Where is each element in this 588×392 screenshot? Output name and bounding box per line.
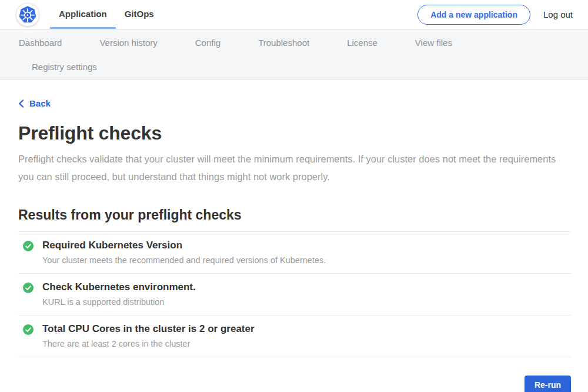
subnav-row-1: Dashboard Version history Config Trouble… [0,31,588,55]
subnav-item-version-history[interactable]: Version history [81,38,176,48]
check-row-cpu-cores: Total CPU Cores in the cluster is 2 or g… [18,315,571,357]
check-text: Check Kubernetes environment. KURL is a … [42,281,196,307]
footer-actions: Re-run [18,376,571,392]
add-new-application-button[interactable]: Add a new application [417,5,530,25]
tab-gitops[interactable]: GitOps [116,0,163,29]
chevron-left-icon [18,99,24,108]
check-detail: Your cluster meets the recommended and r… [42,255,326,265]
top-header: Application GitOps Add a new application… [0,0,588,29]
subnav-item-config[interactable]: Config [176,38,239,48]
kubernetes-logo [16,3,39,26]
subnav-item-view-files[interactable]: View files [396,38,471,48]
check-title: Total CPU Cores in the cluster is 2 or g… [42,323,255,335]
subnav-item-troubleshoot[interactable]: Troubleshoot [239,38,328,48]
tab-application[interactable]: Application [50,0,116,29]
app-subnav: Dashboard Version history Config Trouble… [0,29,588,79]
check-row-kubernetes-environment: Check Kubernetes environment. KURL is a … [18,274,571,315]
subnav-row-2: Registry settings [0,55,588,79]
check-text: Required Kubernetes Version Your cluster… [42,240,326,265]
header-right: Add a new application Log out [417,0,573,29]
check-circle-icon [23,241,34,251]
check-circle-icon [23,283,34,293]
check-detail: There are at least 2 cores in the cluste… [42,339,255,348]
back-link[interactable]: Back [18,98,51,108]
check-title: Check Kubernetes environment. [42,281,196,293]
rerun-button[interactable]: Re-run [524,376,571,392]
results-heading: Results from your preflight checks [18,207,571,223]
page-description: Preflight checks validate that your clus… [18,150,560,185]
kubernetes-helm-icon [18,5,37,24]
page-title: Preflight checks [18,122,571,144]
subnav-item-license[interactable]: License [328,38,396,48]
check-circle-icon [23,324,34,335]
check-detail: KURL is a supported distribution [42,297,196,307]
check-title: Required Kubernetes Version [42,240,326,251]
preflight-check-list: Required Kubernetes Version Your cluster… [18,231,571,357]
header-tabs: Application GitOps [50,0,163,29]
subnav-item-registry-settings[interactable]: Registry settings [13,62,116,72]
subnav-item-dashboard[interactable]: Dashboard [0,38,81,48]
check-row-kubernetes-version: Required Kubernetes Version Your cluster… [18,232,571,274]
back-link-label: Back [29,98,51,108]
logout-link[interactable]: Log out [543,9,573,19]
check-text: Total CPU Cores in the cluster is 2 or g… [42,323,255,348]
main-content: Back Preflight checks Preflight checks v… [0,79,588,392]
